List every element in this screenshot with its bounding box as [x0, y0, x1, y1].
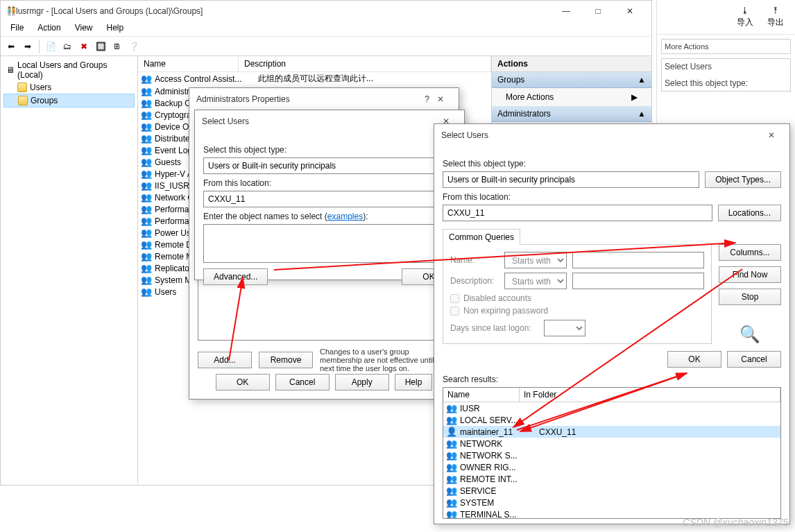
object-type-field [203, 157, 456, 174]
group-icon: 👥 [446, 509, 457, 519]
non-expiring-checkbox[interactable] [450, 307, 459, 316]
group-icon: 👥 [141, 121, 152, 132]
object-types-button[interactable]: Object Types... [705, 171, 781, 188]
result-row[interactable]: 👥 IUSR [443, 402, 780, 414]
name-match-select[interactable]: Starts with [504, 252, 567, 268]
up-button[interactable]: 📄 [43, 39, 58, 54]
add-button[interactable]: Add... [198, 352, 252, 368]
export-button[interactable]: ⭱ 导出 [767, 6, 784, 28]
examples-link[interactable]: examples [327, 212, 363, 221]
menu-view[interactable]: View [68, 22, 100, 36]
bg-more-actions: More Actions [661, 39, 791, 54]
forward-button[interactable]: ➡ [20, 39, 35, 54]
description-filter-input[interactable] [572, 273, 704, 289]
folder-icon [18, 96, 28, 105]
result-row[interactable]: 👥 SERVICE [443, 485, 780, 497]
close-button[interactable]: ✕ [614, 1, 646, 22]
group-icon: 👥 [141, 275, 152, 285]
app-icon: 🧑‍🤝‍🧑 [6, 6, 16, 16]
search-results-list[interactable]: Name In Folder 👥 IUSR 👥 LOCAL SERV... 👤 … [443, 387, 781, 519]
menubar: File Action View Help [1, 22, 651, 37]
group-icon: 👥 [446, 486, 457, 496]
group-icon: 👥 [141, 133, 152, 144]
help-button[interactable]: Help [395, 374, 433, 391]
result-row[interactable]: 👥 NETWORK S... [443, 449, 780, 461]
remove-button[interactable]: Remove [259, 352, 313, 368]
result-row[interactable]: 👥 NETWORK [443, 438, 780, 449]
chevron-right-icon: ▶ [631, 92, 638, 102]
location-field [443, 205, 712, 221]
import-button[interactable]: ⭳ 导入 [737, 6, 753, 28]
ok-button[interactable]: OK [667, 351, 721, 368]
name-filter-input[interactable] [572, 252, 704, 268]
result-row[interactable]: 👥 REMOTE INT... [443, 473, 780, 485]
more-actions-item[interactable]: More Actions ▶ [492, 88, 651, 106]
group-icon: 👥 [141, 251, 152, 261]
results-column-name[interactable]: Name [443, 388, 520, 402]
help-button[interactable]: ❔ [126, 39, 142, 54]
actions-admin-section[interactable]: Administrators ▲ [492, 106, 651, 122]
maximize-button[interactable]: □ [582, 1, 614, 22]
menu-help[interactable]: Help [100, 22, 131, 36]
group-icon: 👥 [141, 204, 152, 214]
tree-users[interactable]: Users [3, 81, 135, 94]
disabled-accounts-checkbox[interactable] [450, 294, 459, 303]
ok-button[interactable]: OK [216, 374, 270, 391]
group-icon: 👥 [446, 450, 457, 461]
group-icon: 👥 [141, 110, 152, 120]
columns-button[interactable]: Columns... [719, 244, 781, 261]
actions-groups-section[interactable]: Groups ▲ [492, 72, 651, 88]
download-icon: ⭳ [741, 6, 749, 15]
tree-groups[interactable]: Groups [3, 94, 135, 108]
apply-button[interactable]: Apply [335, 374, 389, 391]
minimize-button[interactable]: — [550, 1, 582, 22]
result-row[interactable]: 👤 maintainer_11 CXXU_11 [443, 426, 780, 438]
user-icon: 👤 [446, 427, 457, 437]
stop-button[interactable]: Stop [719, 289, 781, 305]
close-icon[interactable]: ✕ [429, 94, 452, 104]
object-names-input[interactable] [203, 224, 456, 263]
result-row[interactable]: 👥 SYSTEM [443, 497, 780, 508]
group-icon: 👥 [446, 403, 457, 413]
result-row[interactable]: 👥 LOCAL SERV... [443, 414, 780, 426]
column-description[interactable]: Description [239, 56, 491, 71]
search-icon: 🔍 [719, 325, 781, 344]
computer-icon: 🖥 [6, 65, 15, 75]
group-icon: 👥 [141, 216, 152, 226]
dialog-title: Select Users [202, 117, 435, 126]
description-match-select[interactable]: Starts with [504, 273, 567, 289]
names-label: Enter the object names to select (exampl… [203, 212, 456, 221]
dialog-title: Select Users [441, 130, 760, 140]
menu-action[interactable]: Action [31, 22, 67, 36]
object-type-label: Select this object type: [203, 145, 456, 155]
cancel-button[interactable]: Cancel [727, 351, 781, 368]
group-icon: 👥 [141, 239, 152, 250]
close-icon[interactable]: ✕ [760, 130, 783, 140]
dialog-title: Administrators Properties [196, 94, 425, 104]
cancel-button[interactable]: Cancel [275, 374, 330, 391]
tree-root[interactable]: 🖥 Local Users and Groups (Local) [3, 59, 135, 81]
group-icon: 👥 [446, 474, 457, 484]
back-button[interactable]: ⬅ [3, 39, 19, 54]
bg-select-users: Select Users Select this object type: [661, 58, 791, 92]
advanced-button[interactable]: Advanced... [203, 268, 268, 285]
menu-file[interactable]: File [3, 22, 31, 36]
show-button[interactable]: 🗂 [60, 39, 75, 54]
actions-header: Actions [492, 56, 651, 72]
search-results-label: Search results: [443, 375, 781, 384]
find-now-button[interactable]: Find Now [719, 266, 781, 283]
help-icon[interactable]: ? [425, 94, 429, 104]
refresh-button[interactable]: 🔲 [93, 39, 108, 54]
group-icon: 👥 [141, 157, 152, 167]
select-users-dialog-advanced: Select Users ✕ Select this object type: … [434, 123, 790, 524]
column-name[interactable]: Name [138, 56, 239, 71]
days-since-select[interactable] [544, 320, 585, 336]
list-item[interactable]: 👥 Access Control Assist... 此组的成员可以远程查询此计… [138, 72, 491, 85]
result-row[interactable]: 👥 OWNER RIG... [443, 461, 780, 473]
toolbar: ⬅ ➡ 📄 🗂 ✖ 🔲 🗎 ❔ [1, 37, 651, 56]
locations-button[interactable]: Locations... [718, 205, 781, 221]
delete-button[interactable]: ✖ [76, 39, 92, 54]
membership-note: Changes to a user's group membership are… [320, 347, 450, 372]
export-button[interactable]: 🗎 [110, 39, 125, 54]
results-column-folder[interactable]: In Folder [520, 388, 780, 402]
